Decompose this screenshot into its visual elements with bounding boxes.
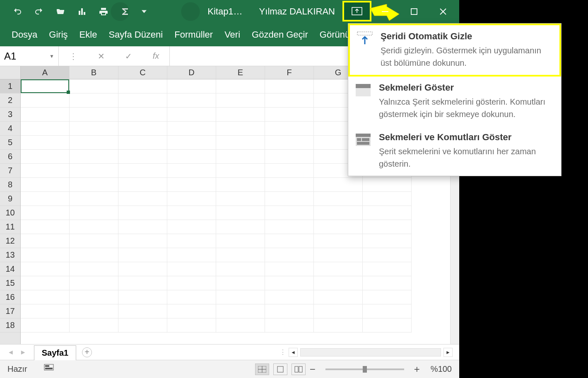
ribbon-display-options-button[interactable] (342, 1, 371, 22)
cell[interactable] (70, 290, 118, 304)
name-box-dropdown-icon[interactable]: ▼ (49, 53, 54, 59)
cell[interactable] (70, 79, 118, 93)
cell[interactable] (70, 304, 118, 318)
cell[interactable] (70, 248, 118, 262)
quick-print-icon[interactable] (99, 7, 108, 17)
cell[interactable] (70, 178, 118, 192)
cell[interactable] (118, 108, 167, 122)
qat-dropdown-icon[interactable] (142, 7, 147, 17)
cell[interactable] (167, 290, 216, 304)
cell[interactable] (118, 220, 167, 234)
cell[interactable] (216, 108, 265, 122)
row-header[interactable]: 15 (0, 276, 20, 290)
cell[interactable] (21, 108, 70, 122)
cell[interactable] (265, 276, 314, 290)
cell[interactable] (265, 318, 314, 333)
cell[interactable] (216, 248, 265, 262)
cell[interactable] (216, 220, 265, 234)
select-all-corner[interactable] (0, 66, 20, 79)
cell[interactable] (265, 262, 314, 276)
cell[interactable] (167, 276, 216, 290)
column-header[interactable]: E (216, 66, 265, 79)
cell[interactable] (363, 248, 412, 262)
zoom-slider[interactable] (325, 368, 404, 370)
cell[interactable] (118, 178, 167, 192)
cell[interactable] (265, 248, 314, 262)
cell[interactable] (167, 108, 216, 122)
cell[interactable] (21, 220, 70, 234)
row-header[interactable]: 4 (0, 122, 20, 136)
open-file-icon[interactable] (55, 7, 65, 17)
cell[interactable] (314, 304, 363, 318)
tab-file[interactable]: Dosya (12, 29, 37, 40)
hscroll-track[interactable] (300, 348, 441, 356)
view-normal-button[interactable] (255, 364, 269, 375)
cell[interactable] (363, 290, 412, 304)
row-header[interactable]: 11 (0, 220, 20, 234)
cell[interactable] (216, 262, 265, 276)
cell[interactable] (118, 248, 167, 262)
cell[interactable] (363, 304, 412, 318)
cell[interactable] (21, 150, 70, 164)
redo-icon[interactable] (34, 7, 44, 17)
option-auto-hide-ribbon[interactable]: Şeridi Otomatik Gizle Şeridi gizleyin. G… (348, 24, 561, 77)
cancel-formula-icon[interactable]: ✕ (98, 51, 105, 61)
zoom-out-button[interactable]: − (310, 364, 316, 375)
hscroll-grip-icon[interactable]: ⋮ (280, 348, 286, 356)
cell[interactable] (21, 248, 70, 262)
cell[interactable] (118, 262, 167, 276)
cell[interactable] (265, 192, 314, 206)
row-header[interactable]: 13 (0, 248, 20, 262)
cell[interactable] (216, 234, 265, 248)
cell[interactable] (118, 79, 167, 93)
new-sheet-button[interactable]: + (82, 347, 92, 357)
tab-formulas[interactable]: Formüller (174, 29, 213, 40)
cell[interactable] (70, 262, 118, 276)
cell[interactable] (167, 136, 216, 150)
row-header[interactable]: 3 (0, 108, 20, 122)
name-box[interactable]: A1 ▼ (0, 46, 59, 66)
cell[interactable] (167, 220, 216, 234)
cell[interactable] (265, 136, 314, 150)
cell[interactable] (216, 150, 265, 164)
cell[interactable] (167, 178, 216, 192)
cell[interactable] (314, 206, 363, 220)
cell[interactable] (314, 262, 363, 276)
cell[interactable] (314, 220, 363, 234)
cell[interactable] (314, 318, 363, 333)
cell[interactable] (70, 136, 118, 150)
tab-layout[interactable]: Sayfa Düzeni (108, 29, 163, 40)
cell[interactable] (167, 150, 216, 164)
cell[interactable] (363, 220, 412, 234)
row-header[interactable]: 1 (0, 79, 20, 93)
column-header[interactable]: A (21, 66, 70, 79)
scroll-right-icon[interactable]: ► (443, 348, 453, 357)
sheet-nav-prev-icon[interactable]: ◄ (7, 349, 14, 356)
cell[interactable] (216, 290, 265, 304)
cell[interactable] (265, 108, 314, 122)
cell[interactable] (70, 220, 118, 234)
tab-data[interactable]: Veri (224, 29, 240, 40)
cell[interactable] (118, 122, 167, 136)
cell[interactable] (265, 290, 314, 304)
cell[interactable] (167, 318, 216, 333)
option-show-tabs[interactable]: Sekmeleri Göster Yalnızca Şerit sekmeler… (348, 77, 561, 126)
cell[interactable] (216, 164, 265, 178)
option-show-tabs-commands[interactable]: Sekmeleri ve Komutları Göster Şerit sekm… (348, 126, 561, 176)
cell[interactable] (70, 164, 118, 178)
fx-icon[interactable]: fx (153, 51, 159, 61)
cell[interactable] (265, 93, 314, 108)
row-header[interactable]: 8 (0, 178, 20, 192)
cell[interactable] (118, 150, 167, 164)
cell[interactable] (265, 164, 314, 178)
cell[interactable] (216, 122, 265, 136)
cell[interactable] (70, 108, 118, 122)
cell[interactable] (265, 220, 314, 234)
cell[interactable] (167, 234, 216, 248)
cell[interactable] (314, 290, 363, 304)
cell[interactable] (21, 93, 70, 108)
cell[interactable] (265, 79, 314, 93)
tab-review[interactable]: Gözden Geçir (252, 29, 308, 40)
cell[interactable] (216, 318, 265, 333)
cell[interactable] (216, 206, 265, 220)
